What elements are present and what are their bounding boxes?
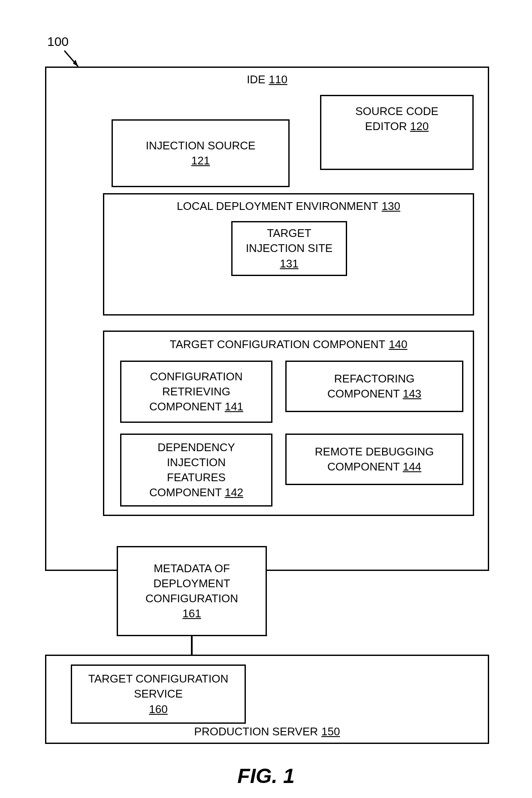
target-config-service-box: TARGET CONFIGURATION SERVICE 160 [71,664,246,724]
refactoring-box: REFACTORING COMPONENT 143 [285,361,463,412]
local-env-ref: 130 [382,199,400,214]
remote-debug-box: REMOTE DEBUGGING COMPONENT 144 [285,434,463,485]
production-server-ref: 150 [321,724,340,739]
injection-source-label: INJECTION SOURCE [146,138,256,153]
metadata-line2: DEPLOYMENT [153,576,230,591]
metadata-line3: CONFIGURATION [145,591,238,606]
di-features-box: DEPENDENCY INJECTION FEATURES COMPONENT … [120,434,272,507]
source-code-editor-text: SOURCE CODE [355,104,438,119]
tcs-ref: 160 [149,702,167,717]
figure-ref-number: 100 [47,34,69,49]
svg-marker-0 [73,60,78,67]
metadata-line1: METADATA OF [154,561,230,576]
tcc-label: TARGET CONFIGURATION COMPONENT [169,337,385,352]
injection-source-ref: 121 [191,153,210,168]
target-injection-site-ref: 131 [280,256,298,271]
target-injection-site-box: TARGET INJECTION SITE 131 [231,221,347,276]
target-injection-site-label2: INJECTION SITE [246,241,332,256]
ide-label: IDE [247,72,265,87]
config-retrieving-box: CONFIGURATION RETRIEVING COMPONENT 141 [120,361,272,423]
source-code-editor-text2: EDITOR 120 [365,119,429,134]
metadata-note: METADATA OF DEPLOYMENT CONFIGURATION 161 [117,546,267,636]
target-injection-site-label1: TARGET [267,226,311,241]
production-server-label: PRODUCTION SERVER [194,724,318,739]
tcc-ref: 140 [389,337,407,352]
local-env-label: LOCAL DEPLOYMENT ENVIRONMENT [177,199,378,214]
source-code-editor-box-clean: SOURCE CODE EDITOR 120 [320,95,474,170]
figure-caption: FIG. 1 [0,764,532,788]
injection-source-box: INJECTION SOURCE 121 [112,119,290,187]
ide-ref: 110 [269,72,287,87]
metadata-ref: 161 [182,606,201,621]
